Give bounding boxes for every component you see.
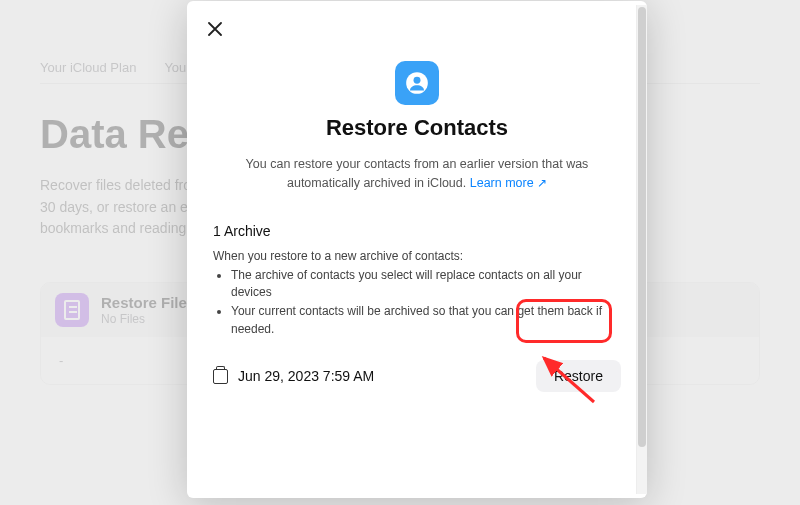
modal-description: You can restore your contacts from an ea… [237, 155, 597, 193]
archive-bullets: The archive of contacts you select will … [213, 267, 621, 339]
modal-title: Restore Contacts [213, 115, 621, 141]
bullet-1: The archive of contacts you select will … [231, 267, 621, 302]
archive-subtitle: When you restore to a new archive of con… [213, 249, 621, 263]
scrollbar-thumb[interactable] [638, 7, 646, 447]
close-icon[interactable] [203, 17, 227, 41]
bullet-2: Your current contacts will be archived s… [231, 303, 621, 338]
restore-button[interactable]: Restore [536, 360, 621, 392]
learn-more-link[interactable]: Learn more [470, 176, 547, 190]
modal-scrollbar[interactable] [636, 5, 647, 494]
modal-contact-icon [395, 61, 439, 105]
restore-contacts-modal: Restore Contacts You can restore your co… [187, 1, 647, 498]
archive-icon [213, 369, 228, 384]
archive-row: Jun 29, 2023 7:59 AM Restore [213, 360, 621, 392]
archive-date: Jun 29, 2023 7:59 AM [238, 368, 374, 384]
archive-count: 1 Archive [213, 223, 621, 239]
svg-point-2 [414, 77, 421, 84]
